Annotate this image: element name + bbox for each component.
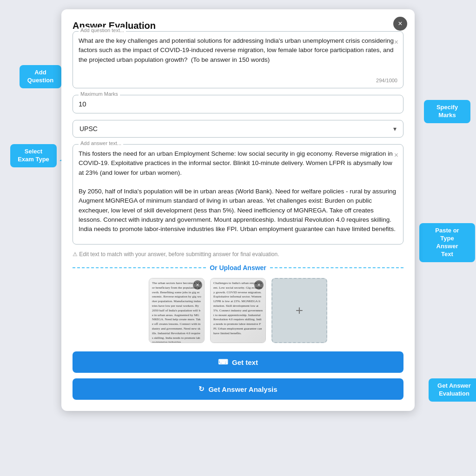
get-text-label: Get text [232,358,258,366]
get-text-button[interactable]: ⌨ Get text [73,351,403,373]
char-count: 294/1000 [79,78,397,83]
get-text-icon: ⌨ [218,358,228,366]
handwritten-text-2: Challenges to India's urban employment. … [213,281,263,336]
dashed-line-left [73,267,206,268]
remove-image-1-button[interactable]: × [193,280,202,290]
plus-icon: + [296,303,303,318]
close-button[interactable]: × [393,17,407,31]
uploaded-image-2: Challenges to India's urban employment. … [210,278,266,343]
remove-image-2-button[interactable]: × [254,280,264,290]
exam-type-dropdown[interactable]: UPSC ▾ [73,120,403,138]
image-upload-row: The urban sectors have become a major be… [73,278,403,343]
analysis-icon: ↻ [198,385,205,393]
question-field-group: Add question text... What are the key ch… [73,31,403,88]
uploaded-image-1: The urban sectors have become a major be… [149,278,205,343]
annotation-specify-marks: Specify Marks [424,100,470,123]
dashed-line-right [270,267,403,268]
annotation-get-evaluation: Get Answer Evaluation [429,378,476,402]
warning-text: ⚠ Edit text to match with your answer, b… [73,251,403,258]
question-field-label: Add question text... [79,27,126,33]
exam-type-value: UPSC [79,125,98,132]
add-image-button[interactable]: + [271,278,327,343]
annotation-paste-answer: Paste or Type Answer Text [419,223,475,262]
question-textarea[interactable]: What are the key challenges and potentia… [79,36,397,74]
answer-field-group: Add answer text... This fosters the need… [73,144,403,245]
marks-input[interactable]: 10 [79,100,397,108]
marks-label: Maximum Marks [79,91,120,97]
chevron-down-icon: ▾ [393,125,397,132]
answer-clear-icon[interactable]: × [394,151,398,159]
upload-label: Or Upload Answer [210,264,266,271]
answer-field-label: Add answer text... [79,140,123,146]
get-answer-analysis-button[interactable]: ↻ Get Answer Analysis [73,378,403,400]
upload-divider: Or Upload Answer [73,264,403,271]
get-answer-analysis-label: Get Answer Analysis [208,385,277,393]
annotation-add-question: Add Question [20,65,61,88]
question-clear-icon[interactable]: × [394,38,398,46]
answer-textarea[interactable]: This fosters the need for an urban Emplo… [79,149,397,238]
answer-evaluation-modal: Answer Evaluation × Add question text...… [61,9,415,411]
annotation-select-exam: Select Exam Type [10,144,57,167]
marks-field-group: Maximum Marks 10 [73,95,403,113]
handwritten-text-1: The urban sectors have become a major be… [152,281,201,343]
